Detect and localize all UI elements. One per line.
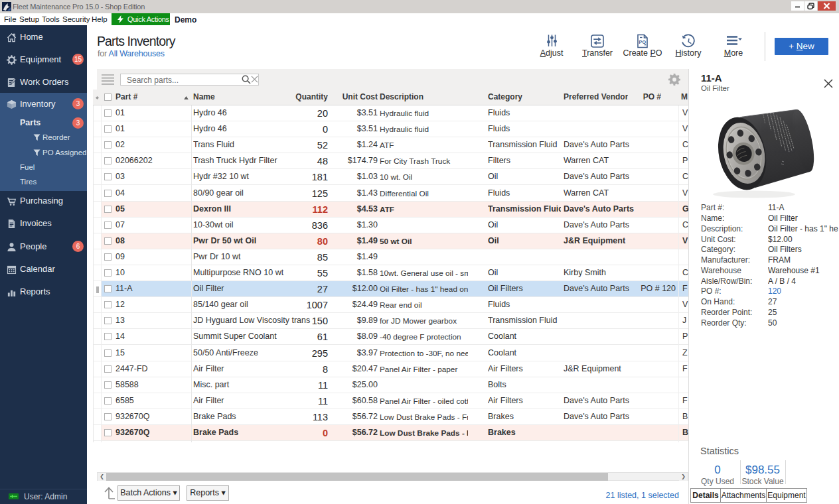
svg-text:PO: PO (639, 39, 647, 45)
